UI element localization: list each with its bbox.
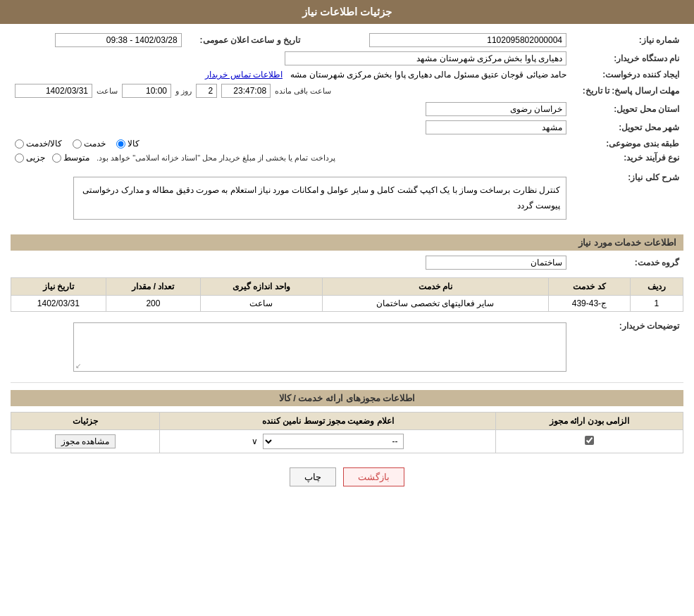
- cell-date: 1402/03/31: [11, 296, 106, 312]
- perm-status-select[interactable]: --: [263, 434, 404, 449]
- back-button[interactable]: بازگشت: [343, 467, 404, 486]
- province-field: خراسان رضوی: [426, 102, 566, 116]
- cell-unit: ساعت: [201, 296, 322, 312]
- description-label: شرح کلی نیاز:: [571, 169, 683, 227]
- info-table: شماره نیاز: 1102095802000004 تاریخ و ساع…: [11, 31, 683, 165]
- purchase-type-motavaset[interactable]: متوسط: [52, 153, 89, 163]
- perm-col-required: الزامی بودن ارائه مجوز: [496, 413, 683, 430]
- buyer-notes-box[interactable]: ↙: [73, 322, 566, 372]
- reply-days-field: 2: [196, 84, 217, 98]
- view-permit-button[interactable]: مشاهده مجوز: [55, 434, 116, 448]
- city-field: مشهد: [426, 120, 566, 134]
- services-table: ردیف کد خدمت نام خدمت واحد اندازه گیری ت…: [11, 277, 683, 312]
- creator-name: حامد ضیائی قوجان عتیق مسئول مالی دهیاری …: [290, 70, 566, 80]
- category-option-kala-khedmat[interactable]: کالا/خدمت: [15, 139, 62, 149]
- separator: [11, 382, 683, 383]
- perm-details-cell: مشاهده مجوز: [11, 430, 160, 453]
- buyer-notes-value: ↙: [11, 318, 571, 377]
- reply-days-label: روز و: [175, 87, 192, 96]
- description-box: کنترل نظارت برساخت وساز با یک اکیپ گشت ک…: [73, 177, 566, 220]
- city-label: شهر محل تحویل:: [571, 118, 683, 137]
- print-button[interactable]: چاپ: [290, 467, 336, 486]
- category-option-kala[interactable]: کالا: [116, 139, 140, 149]
- service-group-row: گروه خدمت: ساختمان: [11, 253, 683, 272]
- buyer-org-value: دهیاری پاوا بخش مرکزی شهرستان مشهد: [11, 49, 571, 68]
- permissions-table: الزامی بودن ارائه مجوز اعلام وضعیت مجوز …: [11, 412, 683, 453]
- table-row: 1 ج-43-439 سایر فعالیتهای تخصصی ساختمان …: [11, 296, 683, 312]
- purchase-type-row: جزیی متوسط پرداخت تمام یا بخشی از مبلغ خ…: [11, 151, 571, 165]
- need-number-label: شماره نیاز:: [571, 31, 683, 49]
- province-label: استان محل تحویل:: [571, 100, 683, 118]
- col-unit: واحد اندازه گیری: [201, 278, 322, 296]
- category-option-khedmat[interactable]: خدمت: [73, 139, 106, 149]
- reply-deadline-row: 1402/03/31 ساعت 10:00 روز و 2 23:47:08 س…: [11, 82, 571, 100]
- category-value: کالا/خدمت خدمت کالا: [11, 137, 571, 151]
- purchase-type-label: نوع فرآیند خرید:: [571, 151, 683, 165]
- resize-icon: ↙: [75, 362, 81, 370]
- perm-required-cell: [496, 430, 683, 453]
- page-header: جزئیات اطلاعات نیاز: [0, 0, 694, 24]
- remaining-label: ساعت باقی مانده: [275, 87, 331, 96]
- province-value: خراسان رضوی: [11, 100, 571, 118]
- col-service-name: نام خدمت: [322, 278, 548, 296]
- announce-date-label: تاریخ و ساعت اعلان عمومی:: [186, 31, 304, 49]
- description-value: کنترل نظارت برساخت وساز با یک اکیپ گشت ک…: [11, 169, 571, 227]
- buyer-notes-section: توضیحات خریدار: ↙: [11, 318, 683, 377]
- perm-col-status: اعلام وضعیت مجوز توسط نامین کننده: [160, 413, 496, 430]
- request-creator-label: ایجاد کننده درخواست:: [571, 68, 683, 82]
- perm-col-details: جزئیات: [11, 413, 160, 430]
- city-value: مشهد: [11, 118, 571, 137]
- footer-buttons: بازگشت چاپ: [11, 467, 683, 486]
- perm-required-checkbox[interactable]: [585, 436, 594, 445]
- col-date: تاریخ نیاز: [11, 278, 106, 296]
- cell-service-name: سایر فعالیتهای تخصصی ساختمان: [322, 296, 548, 312]
- col-quantity: تعداد / مقدار: [106, 278, 201, 296]
- reply-deadline-label: مهلت ارسال پاسخ: تا تاریخ:: [571, 82, 683, 100]
- col-row-num: ردیف: [630, 278, 683, 296]
- announce-date-field: 1402/03/28 - 09:38: [55, 33, 182, 47]
- request-creator-value: حامد ضیائی قوجان عتیق مسئول مالی دهیاری …: [11, 68, 571, 82]
- service-group-label: گروه خدمت:: [571, 253, 683, 272]
- reply-date-field: 1402/03/31: [15, 84, 92, 98]
- reply-time-field: 10:00: [122, 84, 171, 98]
- purchase-type-note: پرداخت تمام یا بخشی از مبلغ خریدار محل "…: [97, 153, 335, 163]
- service-group-value: ساختمان: [11, 253, 571, 272]
- perm-status-cell: -- ∨: [160, 430, 496, 453]
- services-section-title: اطلاعات خدمات مورد نیاز: [11, 234, 683, 251]
- permission-row: -- ∨ مشاهده مجوز: [11, 430, 683, 453]
- page-title: جزئیات اطلاعات نیاز: [302, 6, 392, 18]
- permissions-section-title: اطلاعات مجوزهای ارائه خدمت / کالا: [11, 390, 683, 406]
- cell-quantity: 200: [106, 296, 201, 312]
- need-number-value: 1102095802000004: [304, 31, 571, 49]
- buyer-notes-label: توضیحات خریدار:: [571, 318, 683, 377]
- description-section: شرح کلی نیاز: کنترل نظارت برساخت وساز با…: [11, 169, 683, 227]
- cell-row-num: 1: [630, 296, 683, 312]
- remaining-field: 23:47:08: [221, 84, 271, 98]
- service-group-field: ساختمان: [426, 256, 566, 270]
- announce-date-value: 1402/03/28 - 09:38: [11, 31, 186, 49]
- col-service-code: کد خدمت: [548, 278, 630, 296]
- purchase-type-jozii[interactable]: جزیی: [15, 153, 45, 163]
- cell-service-code: ج-43-439: [548, 296, 630, 312]
- contact-link[interactable]: اطلاعات تماس خریدار: [205, 70, 283, 80]
- category-label: طبقه بندی موضوعی:: [571, 137, 683, 151]
- need-number-field: 1102095802000004: [369, 33, 566, 47]
- buyer-org-field: دهیاری پاوا بخش مرکزی شهرستان مشهد: [285, 51, 566, 65]
- buyer-org-label: نام دستگاه خریدار:: [571, 49, 683, 68]
- reply-time-label: ساعت: [97, 87, 118, 96]
